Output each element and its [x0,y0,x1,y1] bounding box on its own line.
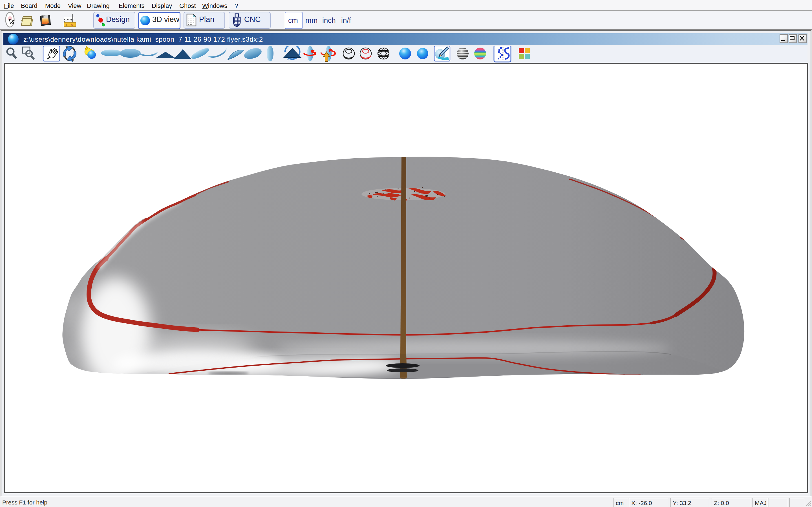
svg-text:1: 1 [66,23,67,26]
svg-text:0: 0 [71,23,73,26]
